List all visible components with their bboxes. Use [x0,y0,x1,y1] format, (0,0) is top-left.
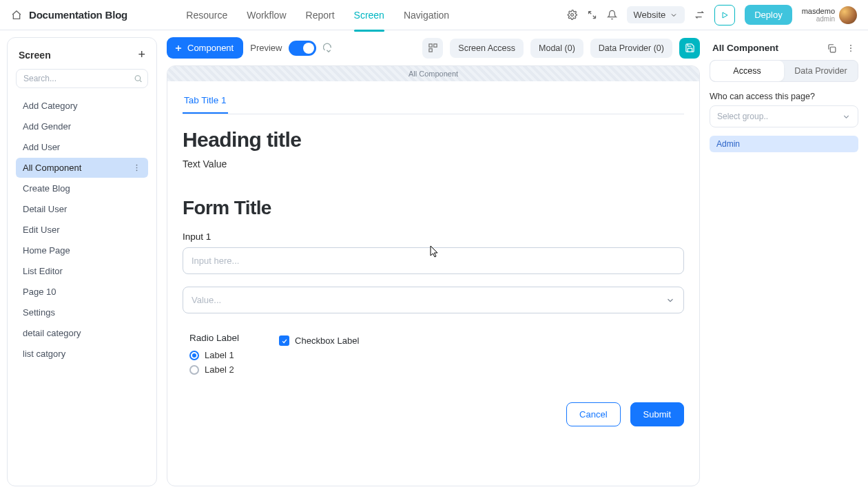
more-icon[interactable] [846,43,856,53]
expand-icon[interactable] [587,10,597,20]
select-field[interactable]: Value... [183,287,684,313]
search-icon [134,74,143,83]
sidebar-item-add-category[interactable]: Add Category [16,96,148,116]
input-1-field[interactable] [183,247,684,274]
nav-navigation[interactable]: Navigation [404,3,449,28]
checkbox-label: Checkbox Label [295,335,359,346]
radio-icon [189,351,199,360]
user-menu[interactable]: masdemo admin [802,6,857,24]
cloud-sync-icon[interactable] [323,43,334,54]
screen-list-title: Screen [19,50,51,61]
bell-icon[interactable] [607,10,617,20]
sidebar-item-label: Add User [23,142,60,152]
svg-point-3 [136,165,138,166]
svg-point-12 [850,50,851,52]
sidebar-item-label: Page 10 [23,287,56,297]
add-screen-button[interactable]: + [138,48,145,62]
access-group-select[interactable]: Select group.. [710,105,858,127]
nav-workflow[interactable]: Workflow [247,3,286,28]
search-input[interactable] [16,69,148,88]
cancel-button[interactable]: Cancel [566,402,620,426]
gear-icon[interactable] [567,10,577,20]
component-tree-icon[interactable] [422,38,443,59]
home-icon[interactable] [11,10,22,21]
sidebar-item-label: Settings [23,307,55,318]
submit-button[interactable]: Submit [630,402,684,426]
radio-option-2[interactable]: Label 2 [189,364,239,375]
chevron-down-icon [842,112,851,121]
sidebar-item-page-10[interactable]: Page 10 [16,282,148,302]
environment-dropdown[interactable]: Website [627,6,685,23]
sidebar-item-label: Home Page [23,245,70,256]
canvas-breadcrumb[interactable]: All Component [167,66,699,81]
modal-button[interactable]: Modal (0) [530,39,583,58]
user-name: masdemo [802,7,835,15]
checkbox-icon [279,335,289,346]
radio-option-label: Label 1 [205,350,234,360]
access-chip-admin[interactable]: Admin [710,136,858,152]
top-bar: Documentation Blog Resource Workflow Rep… [0,0,868,30]
sidebar-item-detail-category[interactable]: detail category [16,323,148,343]
preview-label: Preview [250,43,282,53]
sidebar-item-label: Edit User [23,225,59,235]
sidebar-item-edit-user[interactable]: Edit User [16,220,148,240]
tab-strip: Tab Title 1 [183,91,684,114]
radio-group-label: Radio Label [189,333,239,343]
svg-rect-7 [434,44,437,47]
nav-report[interactable]: Report [306,3,335,28]
svg-marker-1 [723,12,727,18]
sidebar-item-create-blog[interactable]: Create Blog [16,178,148,198]
svg-point-10 [850,44,851,45]
svg-point-2 [135,76,141,81]
add-component-label: Component [187,43,234,53]
tab-title-1[interactable]: Tab Title 1 [183,91,228,114]
inspector-tabs: Access Data Provider [710,60,858,82]
data-provider-button[interactable]: Data Provider (0) [590,39,672,58]
sidebar-item-all-component[interactable]: All Component [16,158,148,178]
radio-icon [189,365,199,375]
copy-icon[interactable] [827,43,836,53]
sidebar-item-settings[interactable]: Settings [16,302,148,322]
app-title: Documentation Blog [29,9,127,21]
sidebar-item-label: Add Gender [23,121,71,132]
access-select-placeholder: Select group.. [717,112,768,121]
input-1-label: Input 1 [183,231,684,242]
sidebar-item-detail-user[interactable]: Detail User [16,199,148,219]
deploy-button[interactable]: Deploy [745,5,792,25]
preview-toggle[interactable] [289,41,316,56]
radio-option-1[interactable]: Label 1 [189,350,239,360]
swap-icon[interactable] [694,10,705,20]
sidebar-item-label: list catgory [23,349,65,359]
user-role: admin [802,15,835,23]
heading-title[interactable]: Heading title [183,128,684,152]
sidebar-item-label: All Component [23,163,81,173]
tab-data-provider[interactable]: Data Provider [784,61,858,81]
top-nav: Resource Workflow Report Screen Navigati… [186,3,449,28]
chevron-down-icon [665,296,675,305]
play-button[interactable] [714,5,735,25]
nav-screen[interactable]: Screen [354,3,384,28]
screen-access-button[interactable]: Screen Access [450,39,524,58]
nav-resource[interactable]: Resource [186,3,227,28]
inspector-title: All Component [712,43,778,53]
more-icon[interactable] [132,163,141,172]
screen-list-panel: Screen + Add CategoryAdd GenderAdd UserA… [7,37,157,486]
form-title[interactable]: Form Title [183,197,684,219]
select-placeholder: Value... [192,295,221,305]
sidebar-item-add-gender[interactable]: Add Gender [16,116,148,136]
sidebar-item-list-editor[interactable]: List Editor [16,261,148,281]
radio-option-label: Label 2 [205,364,234,375]
sidebar-item-list-catgory[interactable]: list catgory [16,344,148,364]
add-component-button[interactable]: Component [167,37,243,59]
radio-group: Radio Label Label 1 Label 2 [189,333,239,379]
sidebar-item-add-user[interactable]: Add User [16,137,148,157]
sidebar-item-label: Detail User [23,204,67,214]
canvas: All Component Tab Title 1 Heading title … [167,65,700,486]
text-value[interactable]: Text Value [183,158,684,169]
sidebar-item-home-page[interactable]: Home Page [16,240,148,260]
save-icon[interactable] [679,38,700,59]
checkbox-field[interactable]: Checkbox Label [279,335,359,346]
sidebar-item-label: Create Blog [23,183,70,194]
tab-access[interactable]: Access [710,61,784,81]
sidebar-item-label: Add Category [23,101,78,111]
